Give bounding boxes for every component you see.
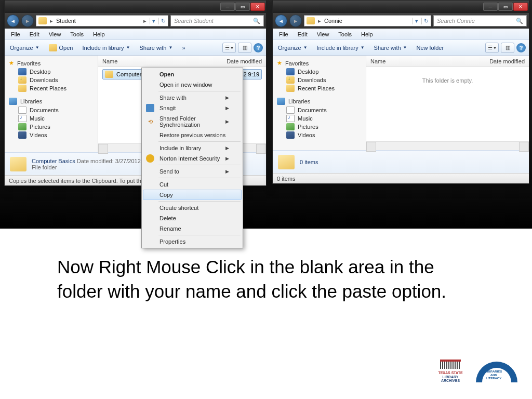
column-date[interactable]: Date modified [210, 58, 262, 64]
organize-button[interactable]: Organize ▼ [8, 44, 42, 52]
sidebar-item-music[interactable]: Music [277, 114, 362, 123]
menu-view[interactable]: View [313, 30, 334, 38]
nav-sidebar: ★Favorites Desktop Downloads Recent Plac… [273, 56, 366, 150]
refresh-icon[interactable]: ↻ [158, 18, 166, 24]
help-button[interactable]: ? [254, 43, 263, 52]
file-list-pane[interactable]: Name Date modified This folder is empty. [366, 56, 529, 150]
menu-help[interactable]: Help [89, 30, 109, 38]
include-library-button[interactable]: Include in library ▼ [315, 44, 367, 52]
sidebar-item-documents[interactable]: Documents [9, 106, 94, 114]
forward-button[interactable]: ► [21, 15, 34, 27]
column-date[interactable]: Date modified [473, 58, 525, 64]
address-dropdown-icon[interactable]: ▾ [150, 18, 155, 24]
new-folder-button[interactable]: New folder [414, 44, 446, 52]
help-button[interactable]: ? [516, 43, 526, 52]
share-with-button[interactable]: Share with ▼ [372, 44, 409, 52]
sidebar-item-recent[interactable]: Recent Places [277, 84, 362, 92]
sidebar-item-recent[interactable]: Recent Places [9, 84, 94, 92]
sidebar-item-downloads[interactable]: Downloads [277, 76, 362, 84]
submenu-arrow-icon: ▶ [225, 169, 229, 174]
menu-edit[interactable]: Edit [25, 30, 44, 38]
view-mode-button[interactable]: ☰ ▾ [222, 43, 236, 53]
column-headers[interactable]: Name Date modified [366, 56, 529, 67]
context-norton[interactable]: Norton Internet Security▶ [143, 153, 242, 164]
context-shared-folder-sync[interactable]: ⟲Shared Folder Synchronization▶ [143, 113, 242, 130]
folder-icon [105, 71, 113, 78]
horizontal-scrollbar[interactable] [366, 141, 529, 150]
sidebar-item-desktop[interactable]: Desktop [277, 68, 362, 76]
close-button[interactable]: ✕ [513, 3, 528, 11]
context-rename[interactable]: Rename [143, 223, 242, 234]
include-library-button[interactable]: Include in library ▼ [80, 44, 132, 52]
context-create-shortcut[interactable]: Create shortcut [143, 203, 242, 213]
address-bar[interactable]: ▸ Student ▸ ▾ ↻ [36, 15, 168, 26]
sidebar-item-pictures[interactable]: Pictures [9, 123, 94, 131]
back-button[interactable]: ◄ [7, 15, 19, 27]
menu-tools[interactable]: Tools [334, 30, 356, 38]
submenu-arrow-icon: ▶ [225, 105, 229, 111]
context-cut[interactable]: Cut [143, 179, 242, 190]
menu-tools[interactable]: Tools [66, 30, 88, 38]
search-input[interactable]: Search Student 🔍 [170, 15, 264, 26]
menu-file[interactable]: File [275, 30, 292, 38]
sidebar-item-downloads[interactable]: Downloads [9, 76, 94, 84]
address-dropdown-icon[interactable]: ▾ [413, 18, 418, 24]
details-pane: 0 items [273, 150, 529, 173]
address-bar[interactable]: ▸ Connie ▾ ↻ [304, 15, 431, 26]
sidebar-item-documents[interactable]: Documents [277, 106, 362, 114]
context-snagit[interactable]: Snagit▶ [143, 103, 242, 113]
organize-button[interactable]: Organize ▼ [276, 44, 310, 52]
menu-file[interactable]: File [7, 30, 24, 38]
search-input[interactable]: Search Connie 🔍 [433, 15, 527, 26]
titlebar[interactable]: ─ ▭ ✕ [273, 1, 529, 13]
maximize-button[interactable]: ▭ [235, 3, 250, 11]
nav-bar: ◄ ► ▸ Connie ▾ ↻ Search Connie 🔍 [273, 13, 529, 29]
menu-help[interactable]: Help [357, 30, 377, 38]
breadcrumb-arrow-icon[interactable]: ▸ [143, 18, 147, 24]
sidebar-libraries-header[interactable]: Libraries [277, 97, 362, 106]
view-mode-button[interactable]: ☰ ▾ [485, 43, 499, 53]
nav-sidebar: ★Favorites Desktop Downloads Recent Plac… [5, 56, 98, 152]
column-headers[interactable]: Name Date modified [98, 56, 266, 67]
preview-pane-button[interactable]: ▥ [238, 43, 251, 53]
snagit-icon [146, 104, 154, 112]
context-share-with[interactable]: Share with▶ [143, 92, 242, 103]
menu-separator [158, 91, 241, 91]
maximize-button[interactable]: ▭ [498, 3, 513, 11]
context-delete[interactable]: Delete [143, 213, 242, 223]
sidebar-item-pictures[interactable]: Pictures [277, 123, 362, 131]
forward-button[interactable]: ► [289, 15, 302, 27]
sidebar-item-videos[interactable]: Videos [277, 131, 362, 139]
column-name[interactable]: Name [370, 58, 473, 64]
back-button[interactable]: ◄ [275, 15, 287, 27]
toolbar-overflow[interactable]: » [180, 44, 187, 52]
menu-edit[interactable]: Edit [294, 30, 312, 38]
column-name[interactable]: Name [102, 58, 210, 64]
open-button[interactable]: Open [47, 43, 75, 52]
context-open-new-window[interactable]: Open in new window [143, 79, 242, 90]
titlebar[interactable]: ─ ▭ ✕ [5, 1, 266, 13]
context-restore-versions[interactable]: Restore previous versions [143, 130, 242, 140]
minimize-button[interactable]: ─ [483, 3, 498, 11]
sidebar-item-videos[interactable]: Videos [9, 131, 94, 139]
close-button[interactable]: ✕ [250, 3, 265, 11]
videos-icon [18, 131, 26, 139]
context-copy[interactable]: Copy [143, 190, 242, 200]
sidebar-libraries-header[interactable]: Libraries [9, 97, 94, 106]
menu-separator [158, 201, 241, 202]
minimize-button[interactable]: ─ [220, 3, 235, 11]
sidebar-item-music[interactable]: Music [9, 114, 94, 123]
sidebar-favorites-header[interactable]: ★Favorites [277, 59, 362, 68]
details-name: Computer Basics [32, 158, 75, 164]
context-open[interactable]: Open [143, 69, 242, 79]
share-with-button[interactable]: Share with ▼ [138, 44, 175, 52]
refresh-icon[interactable]: ↻ [421, 18, 429, 24]
music-icon [286, 115, 295, 122]
context-properties[interactable]: Properties [143, 236, 242, 247]
preview-pane-button[interactable]: ▥ [501, 43, 514, 53]
sidebar-item-desktop[interactable]: Desktop [9, 68, 94, 76]
menu-view[interactable]: View [45, 30, 65, 38]
context-send-to[interactable]: Send to▶ [143, 166, 242, 177]
sidebar-favorites-header[interactable]: ★Favorites [9, 59, 94, 68]
context-include-library[interactable]: Include in library▶ [143, 143, 242, 153]
